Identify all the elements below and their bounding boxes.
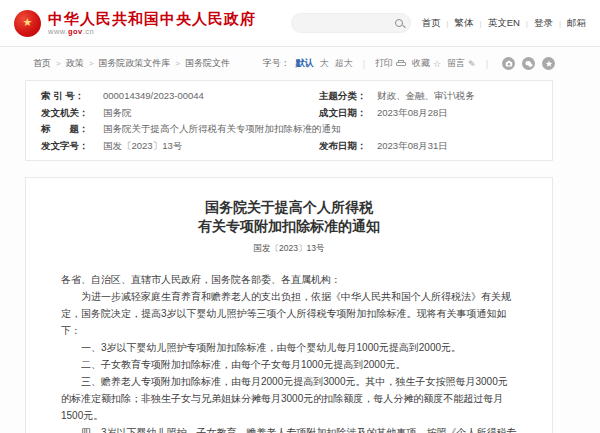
breadcrumb-separator: >	[89, 59, 94, 68]
breadcrumb-separator: >	[56, 59, 61, 68]
comment-button[interactable]: 留言 ✎	[447, 57, 476, 70]
font-size-default[interactable]: 默认	[296, 57, 314, 70]
meta-value-title: 国务院关于提高个人所得税有关专项附加扣除标准的通知	[103, 121, 341, 138]
national-emblem-icon: ★	[14, 10, 41, 37]
nav-separator: |	[526, 19, 528, 28]
breadcrumb-home[interactable]: 首页	[33, 57, 51, 70]
star-share-icon[interactable]	[542, 57, 555, 70]
meta-value-issuer: 国务院	[103, 105, 132, 122]
meta-value-index-no: 000014349/2023-00044	[103, 88, 204, 105]
page: ★ 中华人民共和国中央人民政府 www.gov.cn 首页 | 繁体 | 英文E…	[0, 0, 600, 433]
meta-row: 发文字号： 国发〔2023〕13号 发布日期： 2023年08月31日	[41, 138, 537, 155]
breadcrumb-state-council-docs[interactable]: 国务院文件	[185, 57, 230, 70]
site-title: 中华人民共和国中央人民政府	[48, 10, 256, 27]
print-button[interactable]: 打印	[375, 57, 406, 70]
document-number: 国发〔2023〕13号	[61, 243, 517, 255]
nav-home[interactable]: 首页	[421, 17, 440, 30]
nav-english[interactable]: 英文EN	[488, 17, 520, 30]
paragraph: 为进一步减轻家庭生育养育和赡养老人的支出负担，依据《中华人民共和国个人所得税法》…	[61, 288, 517, 339]
share-buttons	[502, 57, 555, 70]
document-text: 各省、自治区、直辖市人民政府，国务院各部委、各直属机构： 为进一步减轻家庭生育养…	[61, 271, 517, 433]
meta-value-publish-date: 2023年08月31日	[377, 138, 448, 155]
paragraph: 三、赡养老人专项附加扣除标准，由每月2000元提高到3000元。其中，独生子女按…	[61, 373, 517, 424]
document-meta-card: 索 引 号： 000014349/2023-00044 主题分类： 财政、金融、…	[25, 80, 553, 161]
meta-label-written-date: 成文日期：	[319, 105, 377, 122]
meta-label-issuer: 发文机关：	[41, 105, 103, 122]
breadcrumb-separator: >	[175, 59, 180, 68]
nav-separator: |	[559, 19, 561, 28]
breadcrumb: 首页 > 政策 > 国务院政策文件库 > 国务院文件	[33, 57, 230, 70]
search-input[interactable]	[305, 15, 395, 31]
printer-icon	[396, 60, 406, 68]
meta-row: 索 引 号： 000014349/2023-00044 主题分类： 财政、金融、…	[41, 88, 537, 105]
divider: |	[363, 59, 365, 69]
meta-value-written-date: 2023年08月28日	[377, 105, 448, 122]
toolbar: 首页 > 政策 > 国务院政策文件库 > 国务院文件 字号： 默认 大 超大 |…	[0, 47, 600, 80]
favorite-button[interactable]: 收藏 ☆	[412, 57, 441, 70]
top-nav: 首页 | 繁体 | 英文EN | 登录 | 邮箱	[421, 17, 586, 30]
font-size-label: 字号：	[263, 57, 290, 70]
nav-separator: |	[480, 19, 482, 28]
meta-value-doc-no: 国发〔2023〕13号	[103, 138, 182, 155]
salutation: 各省、自治区、直辖市人民政府，国务院各部委、各直属机构：	[61, 271, 517, 288]
meta-label-doc-no: 发文字号：	[41, 138, 103, 155]
wechat-share-icon[interactable]	[522, 57, 535, 70]
document-body-card: 国务院关于提高个人所得税 有关专项附加扣除标准的通知 国发〔2023〕13号 各…	[25, 177, 553, 433]
nav-traditional[interactable]: 繁体	[455, 17, 474, 30]
pencil-icon: ✎	[468, 59, 476, 69]
search-box[interactable]	[291, 13, 411, 33]
star-icon: ☆	[433, 59, 441, 69]
site-header: ★ 中华人民共和国中央人民政府 www.gov.cn 首页 | 繁体 | 英文E…	[0, 0, 600, 47]
paragraph: 四、3岁以下婴幼儿照护、子女教育、赡养老人专项附加扣除涉及的其他事项，按照《个人…	[61, 424, 517, 433]
site-url: www.gov.cn	[48, 27, 256, 36]
breadcrumb-policy-library[interactable]: 国务院政策文件库	[98, 57, 170, 70]
font-size-xlarge[interactable]: 超大	[335, 57, 353, 70]
page-tools: 字号： 默认 大 超大 | 打印 收藏 ☆ 留言 ✎ |	[263, 57, 555, 70]
nav-separator: |	[446, 19, 448, 28]
meta-label-index-no: 索 引 号：	[41, 88, 103, 105]
site-logo[interactable]: ★ 中华人民共和国中央人民政府 www.gov.cn	[14, 10, 256, 37]
breadcrumb-policy[interactable]: 政策	[66, 57, 84, 70]
search-icon[interactable]	[395, 19, 403, 27]
meta-label-publish-date: 发布日期：	[319, 138, 377, 155]
meta-label-title: 标 题：	[41, 121, 103, 138]
meta-row: 发文机关： 国务院 成文日期： 2023年08月28日	[41, 105, 537, 122]
nav-mail[interactable]: 邮箱	[567, 17, 586, 30]
meta-row: 标 题： 国务院关于提高个人所得税有关专项附加扣除标准的通知	[41, 121, 537, 138]
divider: |	[486, 59, 488, 69]
paragraph: 一、3岁以下婴幼儿照护专项附加扣除标准，由每个婴幼儿每月1000元提高到2000…	[61, 339, 517, 356]
meta-value-topic: 财政、金融、审计\税务	[377, 88, 475, 105]
font-size-large[interactable]: 大	[320, 57, 329, 70]
camera-share-icon[interactable]	[502, 57, 515, 70]
document-title: 国务院关于提高个人所得税 有关专项附加扣除标准的通知	[61, 198, 517, 236]
paragraph: 二、子女教育专项附加扣除标准，由每个子女每月1000元提高到2000元。	[61, 356, 517, 373]
nav-login[interactable]: 登录	[534, 17, 553, 30]
meta-label-topic: 主题分类：	[319, 88, 377, 105]
